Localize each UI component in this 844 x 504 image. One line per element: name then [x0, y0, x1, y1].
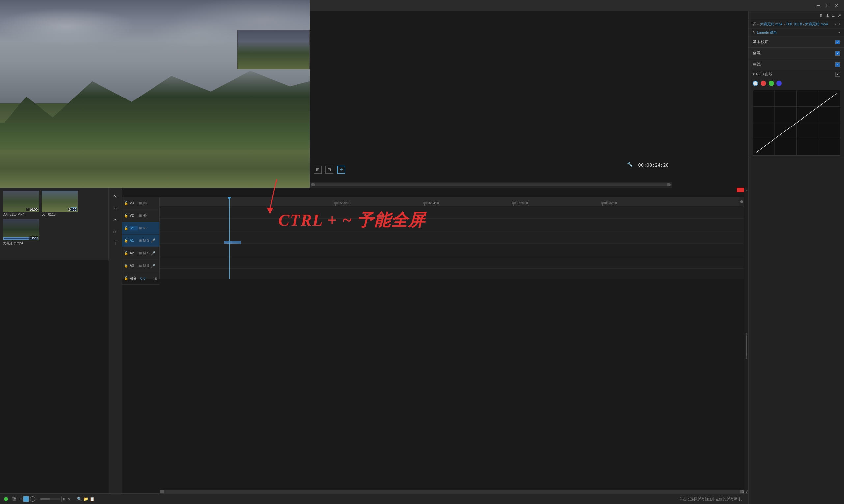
- minimize-button[interactable]: ─: [814, 1, 823, 10]
- a1-s[interactable]: S: [147, 239, 149, 242]
- maximize-button[interactable]: □: [823, 1, 832, 10]
- v2-eye[interactable]: 👁: [143, 214, 147, 218]
- fx-dropdown[interactable]: ▾: [839, 31, 840, 34]
- v1-eye[interactable]: 👁: [143, 226, 147, 231]
- a3-m[interactable]: M: [143, 264, 146, 268]
- panel-list-icon[interactable]: ≡: [832, 13, 835, 18]
- toolbar-search-icon[interactable]: 🔍: [77, 497, 82, 501]
- v3-lock[interactable]: 🔒: [124, 201, 128, 205]
- media-thumb-2[interactable]: 24:20 DJI_0118: [41, 191, 78, 216]
- source-file: 大赛延时.mp4: [760, 22, 783, 27]
- panel-import-icon[interactable]: ⬆: [819, 13, 823, 18]
- mix-lock[interactable]: 🔒: [124, 276, 128, 281]
- ground-layer: [0, 150, 310, 188]
- media-thumb-3[interactable]: 24:20 大赛延时.mp4: [3, 219, 39, 246]
- curves-checkbox[interactable]: [836, 62, 840, 67]
- thumb-img-2: 24:20: [41, 191, 78, 212]
- basic-correction-label: 基本校正: [753, 39, 836, 45]
- v2-lock[interactable]: 🔒: [124, 214, 128, 218]
- v3-eye[interactable]: 👁: [143, 201, 147, 205]
- creative-checkbox[interactable]: [836, 51, 840, 56]
- rgb-curves-label: RGB 曲线: [756, 72, 836, 77]
- curves-collapse-arrow[interactable]: ▾: [753, 72, 755, 76]
- status-text: 单击以选择所有轨道中左侧的所有媒体。: [679, 497, 744, 502]
- a2-source[interactable]: ⊞: [139, 251, 142, 255]
- curves-graph[interactable]: [753, 90, 840, 156]
- wrench-icon[interactable]: 🔧: [627, 162, 632, 167]
- scroll-up-arrow[interactable]: ▲: [745, 189, 748, 192]
- scroll-left-handle[interactable]: [311, 183, 315, 186]
- curves-header[interactable]: 曲线: [749, 59, 844, 70]
- a2-mic[interactable]: 🎤: [150, 251, 156, 256]
- toolbar-dropdown-icon[interactable]: ∨: [68, 497, 71, 501]
- basic-correction-checkbox[interactable]: [836, 40, 840, 44]
- tools-panel: ↖ ↔ ✂ ☞ T: [109, 188, 122, 504]
- timeline-right-scrollbar: ▲ ▼: [744, 188, 749, 504]
- toolbar-list-icon[interactable]: ≡: [20, 497, 22, 501]
- toolbar-clip-icon[interactable]: 📋: [90, 497, 94, 501]
- preview-controls-bar: ⊞ ⊡ + 00:00:24:20 🔧: [310, 151, 672, 188]
- rgb-curves-checkbox[interactable]: [836, 72, 840, 77]
- a1-lock[interactable]: 🔒: [124, 238, 128, 243]
- green-channel-button[interactable]: [769, 81, 774, 86]
- ruler-mark-4: 00:08:32:00: [601, 201, 617, 204]
- toolbar-slider[interactable]: [40, 498, 60, 500]
- source-dropdown[interactable]: ▾: [834, 22, 836, 26]
- mix-expand[interactable]: ⊞: [154, 276, 158, 281]
- a2-s[interactable]: S: [147, 251, 149, 255]
- toolbar-film-icon[interactable]: 🎬: [12, 497, 17, 501]
- v1-source-icon[interactable]: ⊞: [139, 226, 142, 230]
- thumb-duration-3: 24:20: [29, 236, 38, 240]
- scrollbar-thumb[interactable]: [746, 336, 748, 356]
- ruler-right-scroll[interactable]: [739, 197, 744, 206]
- a3-mic[interactable]: 🎤: [150, 264, 156, 268]
- a3-source[interactable]: ⊞: [139, 264, 142, 268]
- playhead[interactable]: [229, 197, 230, 280]
- lumetri-panel: Lumetri 颜色 ≡ ⬆ ⬇ ≡ ⤢ 源 • 大赛延时.mp4 › DJI_…: [749, 0, 844, 504]
- close-button[interactable]: ✕: [832, 1, 841, 10]
- blue-channel-button[interactable]: [776, 81, 782, 86]
- a2-m[interactable]: M: [143, 251, 146, 255]
- a2-lock[interactable]: 🔒: [124, 251, 128, 256]
- text-tool[interactable]: T: [110, 238, 121, 249]
- basic-correction-section: 基本校正: [749, 37, 844, 48]
- fx-label: fx: [753, 31, 756, 35]
- v2-source-icon[interactable]: ⊞: [139, 214, 142, 217]
- stacked-clips-icon[interactable]: ⊞: [313, 166, 322, 174]
- clip-settings-icon[interactable]: ⊡: [325, 166, 334, 174]
- a1-source[interactable]: ⊞: [139, 239, 142, 242]
- toolbar-circle[interactable]: [30, 497, 35, 502]
- razor-tool[interactable]: ✂: [110, 214, 121, 225]
- v1-label: V1: [130, 226, 138, 230]
- selection-tool[interactable]: ↖: [110, 191, 121, 201]
- toolbar-sort-icon[interactable]: ⊞: [63, 497, 66, 501]
- v3-label: V3: [130, 201, 138, 205]
- ripple-tool[interactable]: ↔: [110, 203, 121, 213]
- creative-header[interactable]: 创意: [749, 48, 844, 59]
- panel-export-icon[interactable]: ⬇: [826, 13, 829, 18]
- add-icon[interactable]: +: [337, 166, 345, 174]
- slip-tool[interactable]: ☞: [110, 226, 121, 237]
- a1-m[interactable]: M: [143, 239, 146, 242]
- source-reset[interactable]: ↺: [838, 22, 840, 26]
- v1-lock[interactable]: 🔒: [124, 226, 128, 231]
- track-v3-content: [160, 206, 744, 219]
- media-thumb-1[interactable]: 4:16:00 DJI_0118.MP4: [3, 191, 39, 216]
- timeline-bottom-scrollbar[interactable]: [160, 489, 744, 493]
- a1-mic[interactable]: 🎤: [150, 238, 156, 243]
- panel-expand-icon[interactable]: ⤢: [838, 13, 841, 18]
- thumb-name-1: DJI_0118.MP4: [3, 213, 39, 216]
- white-channel-button[interactable]: [753, 81, 758, 86]
- a2-label: A2: [130, 251, 138, 255]
- basic-correction-header[interactable]: 基本校正: [749, 37, 844, 48]
- ruler-tick-3: [513, 203, 514, 205]
- creative-section: 创意: [749, 48, 844, 59]
- a3-lock[interactable]: 🔒: [124, 264, 128, 268]
- scroll-right-handle[interactable]: [667, 183, 671, 186]
- secondary-preview: [237, 30, 310, 69]
- red-channel-button[interactable]: [761, 81, 766, 86]
- a3-s[interactable]: S: [147, 264, 149, 268]
- toolbar-blue-square[interactable]: [23, 497, 29, 502]
- v3-source-icon[interactable]: ⊞: [139, 201, 142, 205]
- toolbar-folder-icon[interactable]: 📁: [83, 497, 88, 501]
